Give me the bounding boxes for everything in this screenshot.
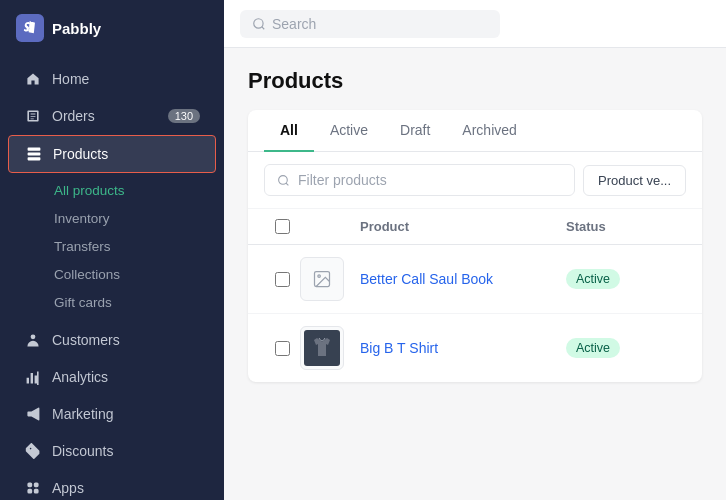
topbar: Search: [224, 0, 726, 48]
row1-product-thumb: [300, 257, 344, 301]
sidebar-nav: Home Orders 130 Products All products In…: [0, 56, 224, 500]
table-header: Product Status: [248, 209, 702, 245]
sidebar: Pabbly Home Orders 130 Products: [0, 0, 224, 500]
header-image-col: [300, 219, 360, 234]
sidebar-analytics-label: Analytics: [52, 369, 108, 385]
sidebar-item-apps[interactable]: Apps: [8, 470, 216, 500]
header-checkbox-wrap[interactable]: [264, 219, 300, 234]
select-all-checkbox[interactable]: [275, 219, 290, 234]
sidebar-item-orders[interactable]: Orders 130: [8, 98, 216, 134]
shopify-logo-icon: [16, 14, 44, 42]
sidebar-item-discounts[interactable]: Discounts: [8, 433, 216, 469]
products-card: All Active Draft Archived Filte: [248, 110, 702, 382]
sidebar-item-all-products[interactable]: All products: [44, 177, 216, 204]
row1-status-badge: Active: [566, 269, 620, 289]
sidebar-item-analytics[interactable]: Analytics: [8, 359, 216, 395]
sidebar-item-gift-cards[interactable]: Gift cards: [44, 289, 216, 316]
search-placeholder: Search: [272, 16, 316, 32]
sidebar-sub-nav: All products Inventory Transfers Collect…: [0, 174, 224, 321]
row2-checkbox-wrap[interactable]: [264, 341, 300, 356]
search-icon: [252, 17, 266, 31]
orders-badge: 130: [168, 109, 200, 123]
customers-icon: [24, 331, 42, 349]
table-row: Better Call Saul Book Active: [248, 245, 702, 314]
row2-thumbnail: [300, 326, 360, 370]
marketing-icon: [24, 405, 42, 423]
sidebar-item-collections[interactable]: Collections: [44, 261, 216, 288]
tab-draft[interactable]: Draft: [384, 110, 446, 152]
filter-input[interactable]: Filter products: [264, 164, 575, 196]
sidebar-item-transfers[interactable]: Transfers: [44, 233, 216, 260]
row1-thumbnail: [300, 257, 360, 301]
tab-all[interactable]: All: [264, 110, 314, 152]
sidebar-item-marketing[interactable]: Marketing: [8, 396, 216, 432]
svg-point-1: [254, 18, 263, 27]
svg-point-2: [279, 175, 288, 184]
sidebar-orders-label: Orders: [52, 108, 95, 124]
apps-icon: [24, 479, 42, 497]
sidebar-marketing-label: Marketing: [52, 406, 113, 422]
content-area: Products All Active Draft Archived: [224, 48, 726, 500]
page-title: Products: [248, 68, 702, 94]
header-product-col: Product: [360, 219, 566, 234]
product-vendor-button[interactable]: Product ve...: [583, 165, 686, 196]
sidebar-home-label: Home: [52, 71, 89, 87]
sidebar-item-inventory[interactable]: Inventory: [44, 205, 216, 232]
row2-status-badge: Active: [566, 338, 620, 358]
header-status-col: Status: [566, 219, 686, 234]
filter-search-icon: [277, 174, 290, 187]
sidebar-item-products[interactable]: Products: [8, 135, 216, 173]
sidebar-discounts-label: Discounts: [52, 443, 113, 459]
sidebar-brand-label: Pabbly: [52, 20, 101, 37]
row2-status: Active: [566, 338, 686, 358]
discounts-icon: [24, 442, 42, 460]
sidebar-apps-label: Apps: [52, 480, 84, 496]
row1-checkbox-wrap[interactable]: [264, 272, 300, 287]
table-row: Big B T Shirt Active: [248, 314, 702, 382]
row1-product-name[interactable]: Better Call Saul Book: [360, 271, 566, 287]
sidebar-item-home[interactable]: Home: [8, 61, 216, 97]
tab-active[interactable]: Active: [314, 110, 384, 152]
sidebar-header: Pabbly: [0, 0, 224, 56]
svg-point-4: [318, 275, 321, 278]
row2-product-thumb: [300, 326, 344, 370]
filter-placeholder: Filter products: [298, 172, 387, 188]
row1-checkbox[interactable]: [275, 272, 290, 287]
row1-status: Active: [566, 269, 686, 289]
sidebar-customers-label: Customers: [52, 332, 120, 348]
row2-checkbox[interactable]: [275, 341, 290, 356]
tab-archived[interactable]: Archived: [446, 110, 532, 152]
home-icon: [24, 70, 42, 88]
main-content: Search Products All Active Draft Archive…: [224, 0, 726, 500]
products-tabs: All Active Draft Archived: [248, 110, 702, 152]
products-icon: [25, 145, 43, 163]
filter-bar: Filter products Product ve...: [248, 152, 702, 209]
image-placeholder-icon: [312, 269, 332, 289]
search-bar[interactable]: Search: [240, 10, 500, 38]
sidebar-products-label: Products: [53, 146, 108, 162]
analytics-icon: [24, 368, 42, 386]
sidebar-item-customers[interactable]: Customers: [8, 322, 216, 358]
row2-product-name[interactable]: Big B T Shirt: [360, 340, 566, 356]
orders-icon: [24, 107, 42, 125]
shirt-image-icon: [304, 330, 340, 366]
